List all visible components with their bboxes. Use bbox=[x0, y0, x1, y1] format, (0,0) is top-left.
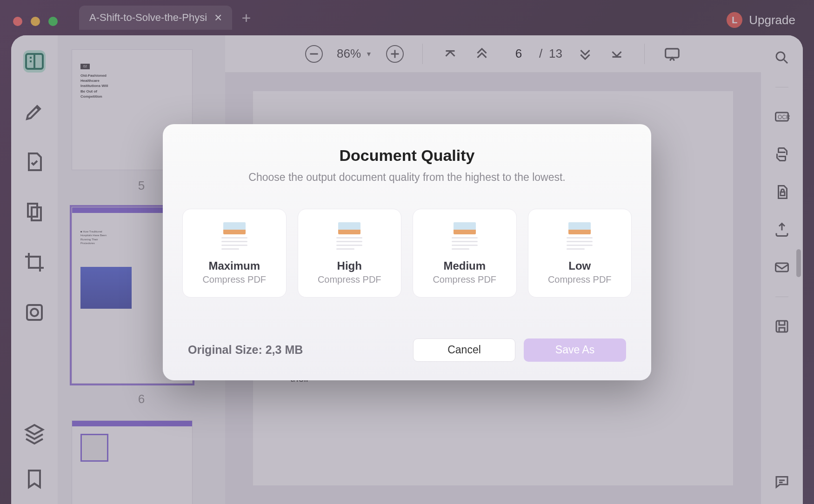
quality-options: Maximum Compress PDF High Compress PDF M… bbox=[182, 209, 632, 298]
original-size-label: Original Size: 2,3 MB bbox=[188, 343, 303, 357]
option-subtitle: Compress PDF bbox=[303, 274, 397, 285]
save-as-button[interactable]: Save As bbox=[524, 338, 626, 362]
option-subtitle: Compress PDF bbox=[187, 274, 281, 285]
app-root: A-Shift-to-Solve-the-Physi × + L Upgrade bbox=[0, 0, 814, 504]
document-icon bbox=[334, 222, 364, 252]
document-icon bbox=[220, 222, 249, 252]
modal-overlay: Document Quality Choose the output docum… bbox=[0, 0, 814, 504]
modal-subtitle: Choose the output document quality from … bbox=[182, 171, 632, 184]
quality-option-maximum[interactable]: Maximum Compress PDF bbox=[182, 209, 287, 298]
option-subtitle: Compress PDF bbox=[418, 274, 512, 285]
document-icon bbox=[565, 222, 594, 252]
modal-title: Document Quality bbox=[182, 146, 632, 165]
quality-option-high[interactable]: High Compress PDF bbox=[298, 209, 402, 298]
cancel-button[interactable]: Cancel bbox=[413, 338, 515, 362]
quality-option-medium[interactable]: Medium Compress PDF bbox=[413, 209, 517, 298]
option-subtitle: Compress PDF bbox=[533, 274, 627, 285]
modal-footer: Original Size: 2,3 MB Cancel Save As bbox=[182, 338, 632, 362]
option-title: Maximum bbox=[187, 259, 281, 272]
document-quality-dialog: Document Quality Choose the output docum… bbox=[163, 124, 651, 380]
option-title: Low bbox=[533, 259, 627, 272]
option-title: Medium bbox=[418, 259, 512, 272]
option-title: High bbox=[303, 259, 397, 272]
quality-option-low[interactable]: Low Compress PDF bbox=[528, 209, 632, 298]
document-icon bbox=[450, 222, 480, 252]
